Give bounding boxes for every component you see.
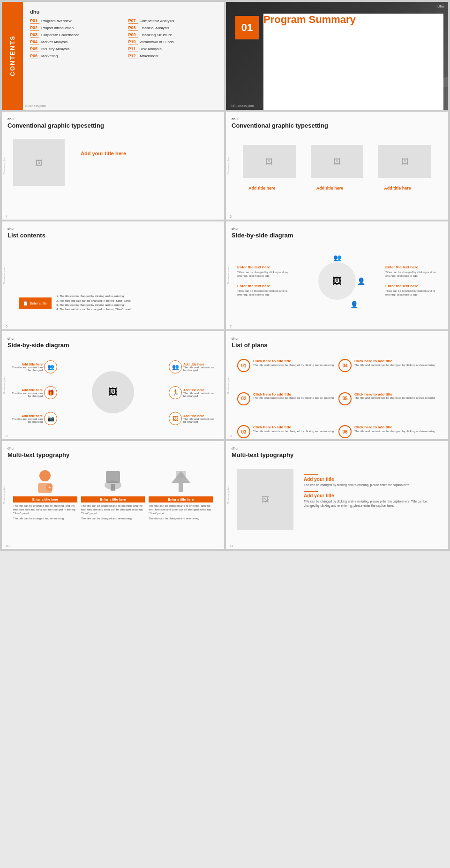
list-icon-1: 📋 xyxy=(22,301,28,306)
slide4-col3: Add title here Title can be changed by c… xyxy=(373,139,437,220)
title-area: Program Summary Title can be changed by … xyxy=(263,14,443,110)
circ-icon-1: 👥 xyxy=(44,360,57,373)
typo-col-2: Enter a title here The title can be chan… xyxy=(81,469,145,549)
svg-text:+: + xyxy=(48,485,51,490)
toc-item-1: P01 Program overview xyxy=(30,18,121,24)
toc-item-5: P05 Industry Analysis xyxy=(30,46,121,52)
slide4-title: Conventional graphic typesetting xyxy=(232,122,442,129)
person-svg-2 xyxy=(101,469,125,495)
slide8-plans: 01 Click here to add title The title and… xyxy=(232,353,442,439)
slide6-logo: dhu xyxy=(232,227,442,230)
slide9-pagenum: 10 xyxy=(6,544,9,548)
typo-person-2 xyxy=(81,469,145,495)
slide7-logo: dhu xyxy=(8,337,218,340)
slide-side-by-side-1: dhu Side-by-side diagram Enter the text … xyxy=(226,221,448,329)
person-svg-1: + xyxy=(33,469,57,495)
slide7-sidebar-label: Business plan xyxy=(2,375,7,395)
plan-05: 05 Click here to add title The title and… xyxy=(338,392,437,423)
page-num-bottom: 3 Business plan xyxy=(231,104,254,107)
plan-title-04: Click here to add title xyxy=(354,359,435,364)
typo-btn-1[interactable]: Enter a title here xyxy=(13,496,77,503)
slide6-title: Side-by-side diagram xyxy=(232,232,442,239)
slide8-sidebar-label: Business plan xyxy=(226,375,231,395)
slide10-img-icon xyxy=(262,495,269,504)
toc-item-8: P08 Financial Analysis xyxy=(128,25,220,31)
img-icon-3 xyxy=(401,157,409,167)
plan-num-06: 06 xyxy=(338,425,352,438)
slide4-pagenum: 5 xyxy=(230,215,232,218)
circ-item-3: Add title here The title and content can… xyxy=(10,412,57,425)
footer-label: Business plan xyxy=(25,104,46,107)
slide4-col2: Add title here Title can be changed by c… xyxy=(305,139,369,220)
circ-text-5: Add title here The title and content can… xyxy=(183,388,216,397)
image-icon xyxy=(35,158,43,168)
slide7-diagram: 🖼 Add title here The title and content c… xyxy=(8,353,218,431)
svg-point-0 xyxy=(39,470,51,481)
slide3-layout: Add your title here The title can be cha… xyxy=(8,134,218,220)
accent-line-1 xyxy=(304,474,318,475)
slide6-center: 🖼 👥 👤 👤 xyxy=(289,262,385,300)
slide7-center-circle: 🖼 xyxy=(92,371,134,413)
main-title: Program Summary xyxy=(263,14,443,110)
svg-rect-5 xyxy=(108,473,118,480)
plan-num-02: 02 xyxy=(237,392,250,405)
circ-item-1: Add title here The title and content can… xyxy=(10,360,57,373)
plan-desc-02: The title and content can be chang ed by… xyxy=(253,396,334,400)
center-img-icon: 🖼 xyxy=(108,387,118,397)
plan-text-06: Click here to add title The title and co… xyxy=(354,425,435,433)
slide5-title: List contents xyxy=(8,232,218,239)
slide-list-plans: dhu List of plans 01 Click here to add t… xyxy=(226,331,448,439)
toc-item-11: P11 Risk Analysis xyxy=(128,46,220,52)
toc-grid: P01 Program overview P07 Competitive Ana… xyxy=(30,18,219,59)
slide-multi-text-left: dhu Multi-text typography + Enter a titl… xyxy=(2,441,224,549)
toc-item-2: P02 Project Introduction xyxy=(30,25,121,31)
plan-title-05: Click here to add title xyxy=(354,392,435,397)
slide6-sidebar-label: Business plan xyxy=(226,266,231,285)
plan-title-01: Click here to add title xyxy=(253,359,334,364)
slide-multi-text-right: dhu Multi-text typography Add your title… xyxy=(226,441,448,549)
slide4-img2 xyxy=(311,145,364,178)
circ-text-6: Add title here The title and content can… xyxy=(183,414,216,423)
circ-item-4: 👥 Add title here The title and content c… xyxy=(169,360,216,373)
list-desc-1: The title can be changed by clicking and… xyxy=(54,294,207,312)
typo-body-3: The title can be changed and re-entering… xyxy=(149,504,213,515)
typo-person-1: + xyxy=(13,469,77,495)
slide4-col3-title: Add title here xyxy=(378,180,431,220)
slide10-body-1: Title can be changed by clicking and re-… xyxy=(304,483,431,487)
slide9-logo: dhu xyxy=(8,447,218,450)
svg-rect-7 xyxy=(111,484,115,491)
slide6-left2-title: Enter the text here xyxy=(237,284,289,288)
slide4-img3 xyxy=(378,145,431,178)
slide5-logo: dhu xyxy=(8,227,218,230)
list-row-1: 📋 Enter a title The title can be changed… xyxy=(13,249,213,329)
plan-02: 02 Click here to add title The title and… xyxy=(237,392,336,423)
slide3-orange-title: Add your title here xyxy=(75,145,207,220)
slide6-right2-title: Enter the text here xyxy=(385,284,437,288)
list-btn-1[interactable]: 📋 Enter a title xyxy=(19,297,52,309)
slide4-col1: Add title here Title can be changed by c… xyxy=(237,139,301,220)
plan-03: 03 Click here to add title The title and… xyxy=(237,425,336,439)
slide4-col1-title: Add title here xyxy=(243,180,296,220)
slide10-pagenum: 11 xyxy=(230,544,233,548)
toc-item-7: P07 Competitive Analysis xyxy=(128,18,220,24)
circ-icon-5: 🏃 xyxy=(169,386,182,399)
plan-text-02: Click here to add title The title and co… xyxy=(253,392,334,400)
typo-person-3 xyxy=(149,469,213,495)
bottom-right-icon: 👤 xyxy=(350,301,358,308)
slide10-layout: Add your title Title can be changed by c… xyxy=(232,463,442,549)
slide6-left-2: Enter the text here Titles can be change… xyxy=(237,284,289,297)
slide6-right-1: Enter the text here Titles can be change… xyxy=(385,265,437,278)
slide3-image xyxy=(13,139,65,186)
slide6-diagram: Enter the text here Titles can be change… xyxy=(232,244,442,319)
slide3-text: Add your title here The title can be cha… xyxy=(69,139,213,220)
toc-item-12: P12 Attachment xyxy=(128,53,220,59)
slide4-col2-title: Add title here xyxy=(311,180,364,220)
plan-desc-04: The title and content can be chang ed by… xyxy=(354,364,435,367)
typo-btn-2[interactable]: Enter a title here xyxy=(81,496,145,503)
slide8-pagenum: 9 xyxy=(230,434,232,438)
circ-text-2: Add title here The title and content can… xyxy=(10,388,43,397)
typo-col-1: + Enter a title here The title can be ch… xyxy=(13,469,77,549)
typo-btn-3[interactable]: Enter a title here xyxy=(149,496,213,503)
slide10-title-1: Add your title xyxy=(304,477,431,482)
slide10-logo: dhu xyxy=(232,447,442,450)
